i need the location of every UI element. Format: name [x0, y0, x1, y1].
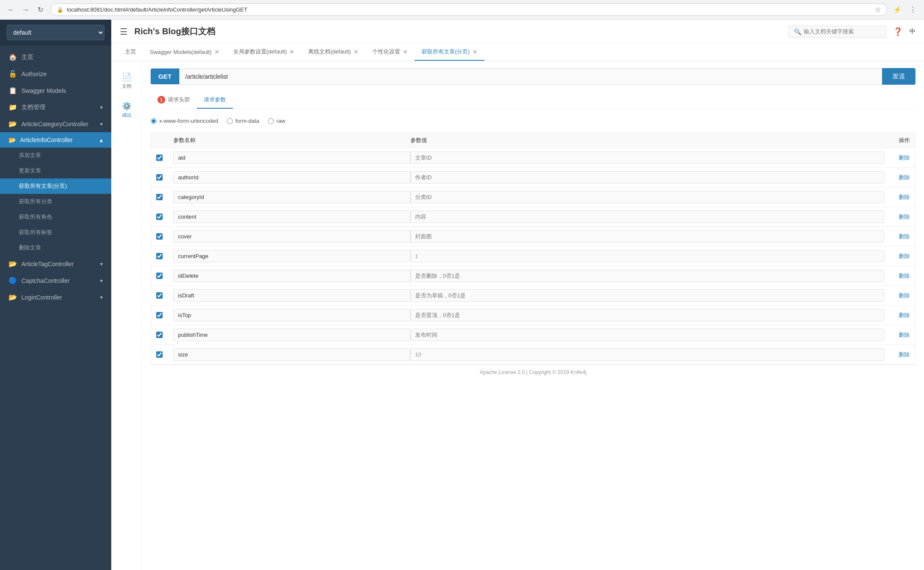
delete-button-isDraft[interactable]: 删除 [899, 292, 910, 300]
param-name-input-content[interactable] [173, 211, 410, 223]
param-checkbox-categoryId[interactable] [156, 194, 163, 200]
param-name-input-isTop[interactable] [173, 309, 410, 321]
hamburger-button[interactable]: ☰ [120, 27, 128, 37]
param-checkbox-aid[interactable] [156, 154, 163, 161]
send-button[interactable]: 发送 [882, 68, 915, 85]
param-checkbox-cover[interactable] [156, 233, 163, 240]
sidebar-sub-delete-article[interactable]: 删除文章 [0, 240, 111, 255]
param-name-input-categoryId[interactable] [173, 191, 410, 203]
content-type-raw[interactable]: raw [268, 118, 285, 124]
tab-personal[interactable]: 个性化设置 ✕ [365, 44, 415, 61]
tab-get-articles[interactable]: 获取所有文章(分页) ✕ [415, 44, 484, 61]
param-name-col-isDraft [173, 289, 410, 302]
delete-button-size[interactable]: 删除 [899, 351, 910, 359]
sidebar-sub-get-roles[interactable]: 获取所有角色 [0, 209, 111, 225]
delete-button-cover[interactable]: 删除 [899, 233, 910, 240]
param-name-input-authorId[interactable] [173, 171, 410, 184]
req-tab-params[interactable]: 请求参数 [197, 92, 233, 109]
content-type-form-urlencoded[interactable]: x-www-form-urlencoded [151, 118, 218, 124]
param-name-input-size[interactable] [173, 348, 410, 361]
reload-button[interactable]: ↻ [34, 4, 46, 16]
param-checkbox-idDelete[interactable] [156, 273, 163, 279]
radio-raw[interactable] [268, 118, 274, 124]
param-checkbox-publishTime[interactable] [156, 332, 163, 338]
param-name-input-isDraft[interactable] [173, 289, 410, 302]
delete-button-isTop[interactable]: 删除 [899, 312, 910, 319]
radio-form-urlencoded[interactable] [151, 118, 157, 124]
tab-global-params[interactable]: 全局参数设置(default) ✕ [226, 44, 302, 61]
delete-button-categoryId[interactable]: 删除 [899, 193, 910, 201]
content-type-form-data[interactable]: form-data [227, 118, 259, 124]
delete-button-content[interactable]: 删除 [899, 213, 910, 221]
param-name-col-aid [173, 151, 410, 164]
param-value-input-isDraft[interactable] [410, 289, 884, 302]
param-name-input-publishTime[interactable] [173, 329, 410, 341]
help-icon[interactable]: ❓ [893, 27, 903, 36]
tab-personal-close[interactable]: ✕ [403, 49, 408, 55]
tab-home[interactable]: 主页 [118, 44, 143, 61]
radio-form-data[interactable] [227, 118, 233, 124]
sidebar-sub-get-tags[interactable]: 获取所有标签 [0, 225, 111, 240]
param-value-input-categoryId[interactable] [410, 191, 884, 203]
param-value-input-publishTime[interactable] [410, 329, 884, 341]
sidebar-item-article-category[interactable]: 📂 ArticleCategoryController ▾ [0, 116, 111, 132]
table-row: 删除 [151, 266, 915, 285]
tab-swagger-models[interactable]: Swagger Models(default) ✕ [143, 45, 226, 60]
sidebar-group-article-info-header[interactable]: 📂 ArticleInfoController ▴ [0, 132, 111, 148]
sidebar-sub-get-articles[interactable]: 获取所有文章(分页) [0, 178, 111, 194]
debug-tab-button[interactable]: ⚙️ 调试 [119, 97, 135, 123]
search-box[interactable]: 🔍 [788, 26, 886, 38]
delete-button-publishTime[interactable]: 删除 [899, 331, 910, 339]
tab-personal-label: 个性化设置 [372, 48, 400, 56]
sidebar-item-home[interactable]: 🏠 主页 [0, 49, 111, 65]
req-tab-headers[interactable]: 1 请求头部 [151, 92, 197, 109]
sidebar-sub-update-article[interactable]: 更新文章 [0, 163, 111, 178]
bookmark-icon[interactable]: ☆ [875, 6, 881, 14]
param-value-input-cover[interactable] [410, 230, 884, 243]
tab-get-articles-close[interactable]: ✕ [472, 49, 478, 55]
param-value-input-authorId[interactable] [410, 171, 884, 184]
tab-offline-close[interactable]: ✕ [354, 49, 359, 55]
param-name-input-aid[interactable] [173, 151, 410, 164]
endpoint-input[interactable] [179, 68, 882, 85]
tab-global-close[interactable]: ✕ [289, 49, 294, 55]
param-value-input-size[interactable] [410, 348, 884, 361]
lang-button[interactable]: 中 [909, 28, 915, 36]
sidebar-sub-get-categories[interactable]: 获取所有分类 [0, 194, 111, 209]
param-checkbox-content[interactable] [156, 214, 163, 220]
param-checkbox-currentPage[interactable] [156, 253, 163, 259]
delete-button-authorId[interactable]: 删除 [899, 174, 910, 181]
extensions-button[interactable]: ⚡ [891, 4, 903, 16]
param-checkbox-authorId[interactable] [156, 174, 163, 181]
sidebar-item-authorize[interactable]: 🔓 Authorize [0, 65, 111, 82]
sidebar-item-captcha[interactable]: 🔵 CaptchaController ▾ [0, 272, 111, 289]
param-value-input-isTop[interactable] [410, 309, 884, 321]
sidebar-item-login[interactable]: 📂 LoginController ▾ [0, 289, 111, 306]
sidebar-sub-add-article[interactable]: 添加文章 [0, 148, 111, 163]
menu-button[interactable]: ⋮ [907, 4, 919, 16]
param-checkbox-isTop[interactable] [156, 312, 163, 318]
sidebar-item-article-tag[interactable]: 📂 ArticleTagController ▾ [0, 255, 111, 272]
search-input[interactable] [804, 28, 881, 35]
sidebar-select[interactable]: default [7, 25, 104, 40]
sidebar-item-swagger-models[interactable]: 📋 Swagger Models [0, 82, 111, 99]
address-bar[interactable]: 🔒 localhost:8081/doc.html#/default/Artic… [51, 3, 887, 16]
tab-swagger-close[interactable]: ✕ [214, 49, 220, 55]
param-value-input-content[interactable] [410, 211, 884, 223]
delete-button-idDelete[interactable]: 删除 [899, 272, 910, 280]
sidebar-item-doc-mgmt[interactable]: 📁 文档管理 ▾ [0, 99, 111, 116]
param-checkbox-size[interactable] [156, 351, 163, 358]
param-value-input-aid[interactable] [410, 151, 884, 164]
param-name-input-currentPage[interactable] [173, 250, 410, 262]
param-name-input-cover[interactable] [173, 230, 410, 243]
delete-button-currentPage[interactable]: 删除 [899, 252, 910, 260]
doc-tab-button[interactable]: 📄 文档 [119, 68, 135, 94]
delete-button-aid[interactable]: 删除 [899, 154, 910, 162]
param-value-input-idDelete[interactable] [410, 270, 884, 282]
back-button[interactable]: ← [5, 4, 17, 16]
forward-button[interactable]: → [20, 4, 32, 16]
param-name-input-idDelete[interactable] [173, 270, 410, 282]
tab-offline-docs[interactable]: 离线文档(default) ✕ [301, 44, 365, 61]
param-checkbox-isDraft[interactable] [156, 292, 163, 299]
param-value-input-currentPage[interactable] [410, 250, 884, 262]
